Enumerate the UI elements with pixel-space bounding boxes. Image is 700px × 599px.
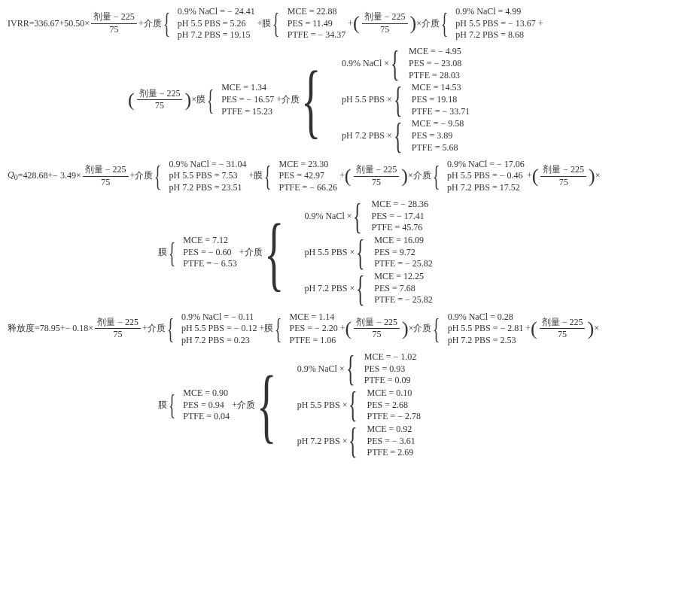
ivrr-dmemb-brace: { MCE = 1.34 PES = − 16.57 PTFE = 15.23 bbox=[207, 82, 275, 117]
release-label: 释放度 bbox=[8, 323, 35, 335]
release-line2: 膜 { MCE = 0.90 PES = 0.94 PTFE = 0.04 + … bbox=[158, 351, 692, 459]
ivrr-cross-outer: { 0.9% NaCl × { MCE = − 4.95 PES = − 23.… bbox=[301, 46, 473, 154]
release-line1: 释放度 = 78.95 + − 0.18 × 剂量 − 225 75 + 介质 … bbox=[8, 312, 692, 347]
eq: = bbox=[29, 18, 35, 30]
ivrr-dm-brace: { 0.9% NaCl = 4.99 pH 5.5 PBS = − 13.67 … bbox=[441, 6, 537, 41]
ivrr-medium-brace: { 0.9% NaCl = − 24.41 pH 5.5 PBS = 5.26 … bbox=[163, 6, 256, 41]
ivrr-memb-brace: { MCE = 22.88 PES = 11.49 PTFE = − 34.37 bbox=[272, 6, 346, 41]
membrane-label: 膜 bbox=[262, 18, 271, 30]
ivrr-line1: IVRR = 336.67 + 50.50 × 剂量 − 225 75 + 介质… bbox=[8, 6, 692, 41]
q0-line1: Q0 = 428.68 + − 3.49 × 剂量 − 225 75 + 介质 … bbox=[8, 159, 692, 194]
dose-paren: 剂量 − 225 75 bbox=[353, 11, 416, 36]
dose-fraction: 剂量 − 225 75 bbox=[91, 11, 137, 35]
ivrr-c0: 336.67 bbox=[34, 18, 59, 30]
ivrr-line2: 剂量 − 225 75 × 膜 { MCE = 1.34 PES = − 16.… bbox=[128, 46, 692, 154]
ivrr-label: IVRR bbox=[8, 18, 29, 30]
q0-label: Q0 bbox=[8, 169, 18, 182]
q0-line2: 膜 { MCE = 7.12 PES = − 0.60 PTFE = − 6.5… bbox=[158, 199, 692, 307]
ivrr-c1: 50.50 bbox=[64, 18, 84, 30]
medium-label: 介质 bbox=[144, 18, 162, 30]
